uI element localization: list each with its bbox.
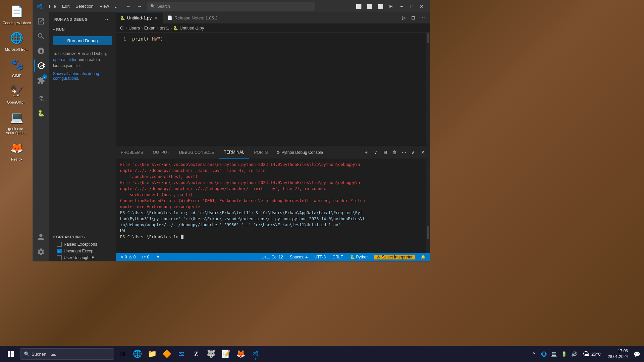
tray-chevron[interactable]: ^ [530,350,538,358]
breakpoint-user-uncaught[interactable]: User Uncaught E... [49,254,116,261]
breadcrumb-c[interactable]: C: [120,25,124,31]
layout-button[interactable]: ⬜ [375,2,385,11]
search-bar[interactable]: 🔍 Search [147,2,315,11]
tab-problems[interactable]: PROBLEMS [116,146,148,159]
activity-run-debug[interactable] [34,59,48,72]
taskbar-notes[interactable]: 📝 [219,347,233,361]
terminal-more-button[interactable]: ⋯ [399,148,408,157]
desktop-icon-gimp[interactable]: 🐾 GIMP [3,56,30,78]
nav-back-button[interactable]: ← [124,2,133,11]
status-sync[interactable]: ⟳ 0 [141,255,151,259]
activity-search[interactable] [34,29,48,43]
nav-forward-button[interactable]: → [135,2,144,11]
status-errors[interactable]: ✕ 0 ⚠ 0 [119,255,137,259]
tray-battery2-icon[interactable]: 🔋 [560,350,569,358]
run-and-debug-button[interactable]: Run and Debug [53,36,112,45]
desktop-icon-edge[interactable]: 🌐 Microsoft Ed... [3,30,30,51]
breakpoints-header[interactable]: ▾ BREAKPOINTS [49,233,116,241]
tab-close-button[interactable]: ✕ [154,15,159,21]
editor-scrollbar[interactable] [426,33,430,146]
desktop-icon-firefox[interactable]: 🦊 Firefox [3,140,30,161]
status-encoding[interactable]: UTF-8 [313,255,327,259]
desktop-icon-geek[interactable]: 💻 geek.exe - Verknüpfun... [3,109,30,135]
desktop-icon-openoffice[interactable]: 🦅 OpenOffic... [3,83,30,104]
close-button[interactable]: ✕ [417,2,426,11]
activity-account[interactable] [34,230,48,244]
activity-source-control[interactable] [34,44,48,58]
taskbar-zeal[interactable]: Z [189,347,203,361]
user-uncaught-checkbox[interactable] [57,255,62,260]
taskbar-app7[interactable]: 🐺 [204,347,218,361]
kill-terminal-button[interactable]: 🗑 [390,148,399,157]
new-terminal-button[interactable]: + [362,148,371,157]
select-interpreter-button[interactable]: ⚠ Select Interpreter [374,255,415,259]
activity-flask[interactable]: ⚗ [34,92,48,105]
run-section-header[interactable]: ▾ RUN [49,25,116,34]
maximize-panel-button[interactable]: ∧ [409,148,418,157]
tab-terminal[interactable]: TERMINAL [219,146,250,159]
tab-release-notes[interactable]: 📄 Release Notes: 1.85.2 [163,12,222,23]
terminal-dropdown-button[interactable]: ∨ [371,148,380,157]
menu-view[interactable]: View [97,2,112,10]
maximize-button[interactable]: □ [407,2,416,11]
taskbar-search[interactable]: 🔍 Suchen ☁ [20,348,114,360]
python-debug-console-button[interactable]: ⚙ Python Debug Console [273,146,326,159]
menu-selection[interactable]: Selection [73,2,96,10]
more-actions-button[interactable]: ⋯ [418,13,427,22]
activity-python[interactable]: 🐍 [34,107,48,120]
terminal-content[interactable]: File "c:\Users\Erkan\.vscode\extensions\… [116,159,426,253]
clock[interactable]: 17:06 28.01.2024 [605,348,631,360]
taskbar-task-view[interactable]: ⧉ [115,347,129,361]
show-configs-link[interactable]: Show all automatic debug configurations. [49,71,116,83]
close-panel-button[interactable]: ✕ [418,148,427,157]
activity-settings[interactable] [34,245,48,258]
status-position[interactable]: Ln 1, Col 12 [260,255,284,259]
minimize-button[interactable]: − [397,2,406,11]
menu-more[interactable]: ... [112,2,121,10]
tray-battery-icon[interactable]: 💻 [550,350,558,358]
start-button[interactable] [3,346,19,362]
taskbar-app5[interactable]: ≋ [174,347,189,361]
taskbar-vscode[interactable] [248,347,262,361]
tab-output[interactable]: OUTPUT [148,146,174,159]
code-content[interactable]: print("HW") [129,33,426,146]
weather-widget[interactable]: 🌤 25°C [581,350,603,358]
notification-button[interactable]: 💬 [633,350,641,358]
activity-extensions[interactable]: 2 [34,74,48,87]
taskbar-file-explorer[interactable]: 📁 [145,347,159,361]
breakpoint-raised-exceptions[interactable]: Raised Exceptions [49,241,116,248]
toggle-panel-button[interactable]: ⬜ [365,2,374,11]
terminal-scrollbar[interactable] [426,159,430,253]
split-editor-button[interactable]: ⊟ [409,13,418,22]
desktop-icon-codes[interactable]: 📄 Codes+pw1.docx [3,3,30,25]
sidebar-more-button[interactable]: ⋯ [104,16,111,23]
taskbar-firefox[interactable]: 🦊 [233,347,248,361]
status-line-ending[interactable]: CRLF [331,255,344,259]
activity-explorer[interactable] [34,15,48,28]
uncaught-exceptions-checkbox[interactable]: ✓ [57,249,62,253]
breadcrumb-test1[interactable]: test1 [160,25,169,31]
open-folder-link[interactable]: open a folder [53,57,76,62]
breakpoint-uncaught-exceptions[interactable]: ✓ Uncaught Excep... [49,248,116,254]
menu-edit[interactable]: Edit [59,2,72,10]
tab-ports[interactable]: PORTS [249,146,273,159]
raised-exceptions-checkbox[interactable] [57,242,62,247]
menu-file[interactable]: File [46,2,59,10]
status-spaces[interactable]: Spaces: 4 [288,255,309,259]
toggle-sidebar-button[interactable]: ⬜ [354,2,363,11]
run-button[interactable]: ▷ [399,13,408,22]
taskbar-edge[interactable]: 🌐 [130,347,144,361]
tab-untitled-py[interactable]: 🐍 Untitled-1.py ✕ [116,12,163,23]
breadcrumb-erkan[interactable]: Erkan [144,25,156,31]
split-terminal-button[interactable]: ⊟ [381,148,389,157]
customize-layout-button[interactable]: ⊞ [386,2,395,11]
status-debug-icon[interactable]: ⚑ [155,255,161,259]
tray-volume-icon[interactable]: 🔊 [570,350,579,358]
code-editor[interactable]: 1 print("HW") [116,33,430,146]
breadcrumb-file[interactable]: Untitled-1.py [179,25,204,31]
breadcrumb-users[interactable]: Users [128,25,140,31]
tab-debug-console[interactable]: DEBUG CONSOLE [174,146,219,159]
tray-network-icon[interactable]: 🌐 [540,350,548,358]
taskbar-vlc[interactable]: 🔶 [160,347,174,361]
status-language[interactable]: 🐍 Python [348,255,370,259]
